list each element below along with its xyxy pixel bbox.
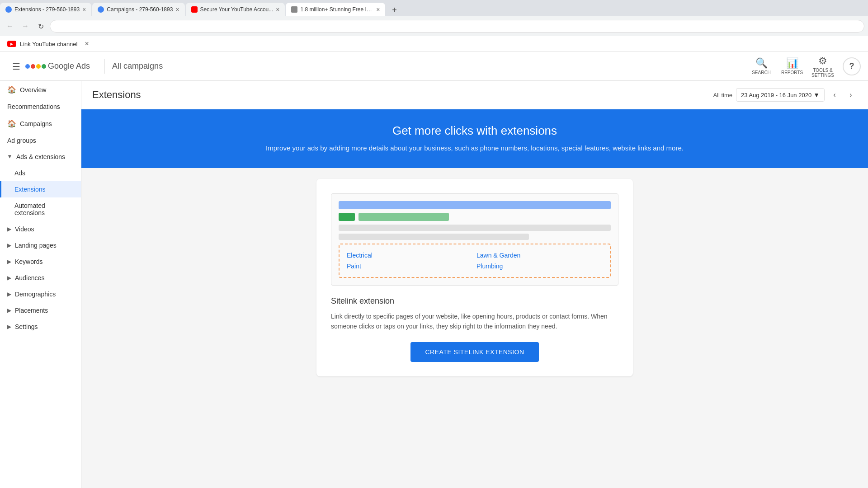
tab-images[interactable]: 1.8 million+ Stunning Free Im... × xyxy=(286,3,385,16)
sidebar-section-keywords[interactable]: ▶ Keywords xyxy=(0,253,81,270)
extension-card-container: Electrical Lawn & Garden Paint Plumbing … xyxy=(81,168,868,388)
back-button[interactable]: ← xyxy=(4,20,16,33)
sidebar-section-demographics[interactable]: ▶ Demographics xyxy=(0,286,81,302)
extension-card: Electrical Lawn & Garden Paint Plumbing … xyxy=(316,179,633,377)
logo-dot-yellow xyxy=(36,64,41,69)
sidebar-section-settings[interactable]: ▶ Settings xyxy=(0,319,81,335)
date-next-button[interactable]: › xyxy=(844,89,857,101)
sidebar-item-extensions[interactable]: Extensions xyxy=(0,181,81,197)
sidebar-collapse-tab[interactable]: ‹ xyxy=(81,283,81,301)
create-sitelink-extension-button[interactable]: CREATE SITELINK EXTENSION xyxy=(410,342,538,362)
browser-chrome: Extensions - 279-560-1893 × Campaigns - … xyxy=(0,0,868,36)
page-title: Extensions xyxy=(92,89,713,101)
logo-dot-blue xyxy=(25,64,30,69)
address-input[interactable]: ads.google.com/aw/adextensions?ocid=3598… xyxy=(56,23,859,29)
tab-favicon-2 xyxy=(98,6,104,13)
sidebar-section-label-keywords: Keywords xyxy=(15,258,42,265)
reports-label: REPORTS xyxy=(781,70,803,75)
sitelink-plumbing[interactable]: Plumbing xyxy=(476,263,603,270)
tools-label: TOOLS & SETTINGS xyxy=(808,68,837,78)
promo-banner: Get more clicks with extensions Improve … xyxy=(81,109,868,168)
sidebar-section-ads-extensions[interactable]: ► Ads & extensions xyxy=(0,149,81,165)
forward-button[interactable]: → xyxy=(19,20,32,33)
tab-favicon-4 xyxy=(291,6,297,13)
address-bar[interactable]: ads.google.com/aw/adextensions?ocid=3598… xyxy=(50,20,864,33)
videos-chevron: ▶ xyxy=(7,226,11,232)
google-ads-logo: Google Ads xyxy=(25,61,90,71)
new-tab-button[interactable]: + xyxy=(388,4,401,16)
youtube-close-button[interactable]: × xyxy=(85,40,89,48)
youtube-link-bar: Link YouTube channel × xyxy=(0,36,868,52)
ad-bar-gray-1 xyxy=(339,225,611,231)
tab-favicon-3 xyxy=(191,6,198,13)
browser-tabs: Extensions - 279-560-1893 × Campaigns - … xyxy=(0,0,868,16)
search-icon: 🔍 xyxy=(755,57,768,69)
tab-title-3: Secure Your YouTube Accou... xyxy=(200,6,274,13)
sidebar-item-label-recommendations: Recommendations xyxy=(7,103,60,110)
campaigns-icon: 🏠 xyxy=(7,119,16,128)
sidebar: 🏠 Overview Recommendations 🏠 Campaigns A… xyxy=(0,81,81,488)
main-layout: 🏠 Overview Recommendations 🏠 Campaigns A… xyxy=(0,81,868,488)
sidebar-section-label-settings: Settings xyxy=(15,323,38,330)
sidebar-item-ad-groups[interactable]: Ad groups xyxy=(0,132,81,149)
sitelink-lawn-garden[interactable]: Lawn & Garden xyxy=(476,252,603,259)
ad-bar-green-long xyxy=(359,213,449,221)
sitelink-paint[interactable]: Paint xyxy=(347,263,473,270)
landing-pages-chevron: ▶ xyxy=(7,242,11,249)
youtube-link-text: Link YouTube channel xyxy=(20,41,77,47)
tab-close-2[interactable]: × xyxy=(175,6,179,13)
tab-close-1[interactable]: × xyxy=(82,6,86,13)
date-label: All time xyxy=(713,92,732,99)
reload-button[interactable]: ↻ xyxy=(34,20,47,33)
sidebar-section-landing-pages[interactable]: ▶ Landing pages xyxy=(0,237,81,253)
logo-dot-red xyxy=(31,64,35,69)
tools-nav-button[interactable]: ⚙ TOOLS & SETTINGS xyxy=(808,54,837,79)
sidebar-section-audiences[interactable]: ▶ Audiences xyxy=(0,270,81,286)
audiences-chevron: ▶ xyxy=(7,275,11,281)
extension-info-description: Link directly to specific pages of your … xyxy=(331,311,618,332)
content-header: Extensions All time 23 Aug 2019 - 16 Jun… xyxy=(81,81,868,109)
placements-chevron: ▶ xyxy=(7,307,11,314)
extension-info-title: Sitelink extension xyxy=(331,296,618,306)
sidebar-item-campaigns[interactable]: 🏠 Campaigns xyxy=(0,115,81,132)
date-range-selector[interactable]: All time 23 Aug 2019 - 16 Jun 2020 ▼ ‹ › xyxy=(713,88,857,102)
date-prev-button[interactable]: ‹ xyxy=(828,89,841,101)
sidebar-section-placements[interactable]: ▶ Placements xyxy=(0,302,81,319)
sidebar-section-label-placements: Placements xyxy=(15,307,48,314)
sidebar-section-label-ads-extensions: Ads & extensions xyxy=(16,153,65,160)
sidebar-sub-label-automated-extensions: Automated extensions xyxy=(14,202,74,216)
ads-extensions-chevron: ► xyxy=(7,154,13,160)
reports-nav-button[interactable]: 📊 REPORTS xyxy=(778,54,807,79)
youtube-icon xyxy=(7,41,16,47)
tab-youtube[interactable]: Secure Your YouTube Accou... × xyxy=(186,3,285,16)
sidebar-section-label-audiences: Audiences xyxy=(15,274,44,282)
ad-preview: Electrical Lawn & Garden Paint Plumbing xyxy=(331,193,618,286)
tab-extensions[interactable]: Extensions - 279-560-1893 × xyxy=(0,3,91,16)
help-button[interactable]: ? xyxy=(843,57,861,75)
breadcrumb-label: All campaigns xyxy=(112,61,163,71)
ad-bar-gray-2 xyxy=(339,234,529,240)
tab-title-1: Extensions - 279-560-1893 xyxy=(14,6,80,13)
sidebar-section-videos[interactable]: ▶ Videos xyxy=(0,221,81,237)
sidebar-item-automated-extensions[interactable]: Automated extensions xyxy=(0,197,81,221)
sidebar-item-overview[interactable]: 🏠 Overview xyxy=(0,81,81,99)
tab-campaigns[interactable]: Campaigns - 279-560-1893 × xyxy=(92,3,184,16)
logo-area: Google Ads xyxy=(25,61,90,71)
browser-toolbar: ← → ↻ ads.google.com/aw/adextensions?oci… xyxy=(0,16,868,36)
ad-bar-green-small xyxy=(339,213,355,221)
tab-close-4[interactable]: × xyxy=(376,6,380,13)
date-range-value: 23 Aug 2019 - 16 Jun 2020 xyxy=(741,92,811,99)
tab-title-2: Campaigns - 279-560-1893 xyxy=(107,6,173,13)
search-nav-button[interactable]: 🔍 SEARCH xyxy=(747,54,776,79)
tools-icon: ⚙ xyxy=(818,55,827,67)
sidebar-item-ads[interactable]: Ads xyxy=(0,165,81,181)
sidebar-item-recommendations[interactable]: Recommendations xyxy=(0,99,81,115)
settings-chevron: ▶ xyxy=(7,324,11,330)
tab-close-3[interactable]: × xyxy=(276,6,279,13)
ad-bar-blue xyxy=(339,201,611,209)
help-icon: ? xyxy=(849,61,854,71)
sitelink-electrical[interactable]: Electrical xyxy=(347,252,473,259)
content-area: Extensions All time 23 Aug 2019 - 16 Jun… xyxy=(81,81,868,488)
date-dropdown[interactable]: 23 Aug 2019 - 16 Jun 2020 ▼ xyxy=(736,88,825,102)
hamburger-button[interactable]: ☰ xyxy=(7,57,25,75)
